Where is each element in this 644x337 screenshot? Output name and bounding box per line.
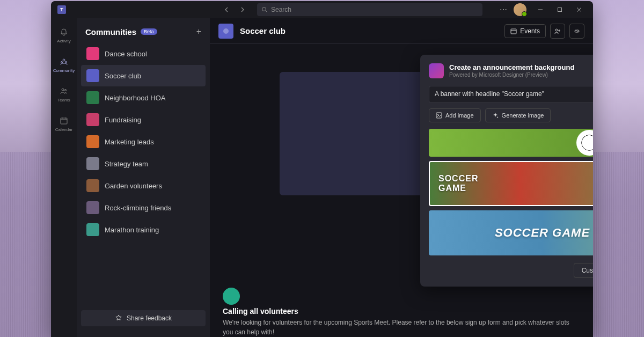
add-community-button[interactable]: + — [196, 27, 201, 36]
svg-point-0 — [262, 8, 266, 11]
main-content: Soccer club Events e — [210, 18, 593, 337]
calendar-icon — [58, 115, 69, 126]
banner-2-text: SOCCER GAME — [438, 174, 478, 193]
sidebar-title: Communities — [85, 27, 136, 36]
community-avatar — [86, 69, 99, 82]
community-icon — [58, 56, 69, 67]
svg-rect-9 — [511, 29, 516, 34]
more-options-button[interactable]: ⋯ — [500, 5, 507, 14]
nav-forward-button[interactable] — [236, 3, 248, 16]
generate-image-label: Generate image — [502, 112, 544, 119]
svg-rect-1 — [558, 8, 562, 12]
svg-point-2 — [63, 59, 65, 61]
prompt-input[interactable]: A banner with headline "Soccer game" — [429, 86, 593, 103]
modal-subtitle: Powered by Microsoft Designer (Preview) — [449, 72, 593, 78]
maximize-button[interactable] — [552, 3, 567, 16]
rail-community[interactable]: Community — [53, 54, 75, 75]
share-feedback-button[interactable]: Share feedback — [81, 310, 206, 326]
events-button[interactable]: Events — [504, 24, 546, 38]
community-item[interactable]: Garden volunteers — [81, 175, 206, 196]
feedback-icon — [115, 314, 122, 322]
community-label: Dance school — [105, 50, 147, 58]
community-avatar — [86, 91, 99, 104]
rail-label: Teams — [57, 98, 70, 102]
svg-point-6 — [65, 90, 67, 91]
community-avatar — [86, 135, 99, 148]
community-avatar — [86, 47, 99, 60]
feed-avatar — [223, 288, 240, 305]
community-item[interactable]: Soccer club — [81, 65, 206, 86]
feedback-label: Share feedback — [127, 314, 172, 322]
minimize-button[interactable] — [533, 3, 548, 16]
community-avatar — [86, 179, 99, 192]
feed-post-body: We're looking for volunteers for the upc… — [223, 318, 580, 337]
banner-3-text: SOCCER GAME — [495, 226, 590, 240]
channel-header: Soccer club Events — [210, 18, 593, 44]
svg-point-8 — [223, 28, 229, 34]
community-item[interactable]: Neighborhood HOA — [81, 87, 206, 108]
communities-sidebar: Communities Beta + Dance schoolSoccer cl… — [77, 18, 210, 337]
feed-post: Calling all volunteers We're looking for… — [223, 288, 580, 337]
rail-label: Activity — [57, 39, 70, 43]
bell-icon — [58, 27, 69, 38]
teams-app-icon: T — [57, 5, 66, 14]
app-rail: Activity Community Teams Calendar — [51, 18, 77, 337]
beta-badge: Beta — [141, 28, 157, 35]
community-label: Marketing leads — [105, 138, 154, 146]
community-avatar — [86, 113, 99, 126]
designer-modal: Create an announcement background Powere… — [420, 55, 593, 287]
rail-calendar[interactable]: Calendar — [53, 113, 75, 134]
titlebar: T Search ⋯ — [51, 1, 593, 18]
community-item[interactable]: Dance school — [81, 43, 206, 64]
community-label: Soccer club — [105, 72, 141, 80]
designer-icon — [429, 63, 444, 78]
image-icon — [436, 112, 442, 119]
channel-avatar — [218, 24, 233, 39]
result-banner-2[interactable]: SOCCER GAME — [429, 161, 593, 206]
community-item[interactable]: Marketing leads — [81, 131, 206, 152]
community-item[interactable]: Strategy team — [81, 153, 206, 174]
community-label: Marathon training — [105, 226, 159, 234]
result-banner-3[interactable]: SOCCER GAME — [429, 210, 593, 255]
community-avatar — [86, 201, 99, 214]
community-label: Fundraising — [105, 116, 141, 124]
community-item[interactable]: Marathon training — [81, 219, 206, 240]
channel-title: Soccer club — [240, 26, 286, 35]
svg-point-4 — [65, 62, 67, 63]
svg-point-5 — [62, 89, 64, 91]
community-avatar — [86, 157, 99, 170]
customize-button[interactable]: Customize — [574, 263, 593, 278]
rail-activity[interactable]: Activity — [53, 25, 75, 46]
search-placeholder: Search — [271, 6, 291, 13]
sparkle-icon — [492, 112, 499, 119]
svg-rect-7 — [61, 118, 67, 124]
community-item[interactable]: Fundraising — [81, 109, 206, 130]
people-icon — [58, 86, 69, 97]
calendar-icon — [510, 28, 517, 34]
user-avatar[interactable] — [514, 3, 526, 16]
generate-image-button[interactable]: Generate image — [485, 108, 551, 122]
community-label: Strategy team — [105, 160, 148, 168]
nav-back-button[interactable] — [221, 3, 233, 16]
community-label: Neighborhood HOA — [105, 94, 165, 102]
rail-label: Calendar — [55, 127, 72, 132]
community-label: Rock-climbing friends — [105, 204, 171, 212]
feed-post-title: Calling all volunteers — [223, 307, 580, 316]
people-add-button[interactable] — [550, 24, 565, 39]
search-input[interactable]: Search — [257, 3, 482, 16]
app-window: T Search ⋯ Activity Co — [51, 1, 593, 337]
add-image-label: Add image — [445, 112, 474, 119]
modal-title: Create an announcement background — [449, 63, 593, 71]
add-image-button[interactable]: Add image — [429, 108, 481, 122]
svg-point-17 — [437, 114, 438, 115]
rail-teams[interactable]: Teams — [53, 84, 75, 105]
svg-point-10 — [555, 29, 558, 31]
svg-point-3 — [61, 62, 63, 63]
community-item[interactable]: Rock-climbing friends — [81, 197, 206, 218]
events-label: Events — [520, 27, 540, 35]
community-label: Garden volunteers — [105, 182, 162, 190]
result-banner-1[interactable] — [429, 129, 593, 157]
community-avatar — [86, 223, 99, 236]
link-button[interactable] — [569, 24, 584, 39]
close-window-button[interactable] — [572, 3, 587, 16]
